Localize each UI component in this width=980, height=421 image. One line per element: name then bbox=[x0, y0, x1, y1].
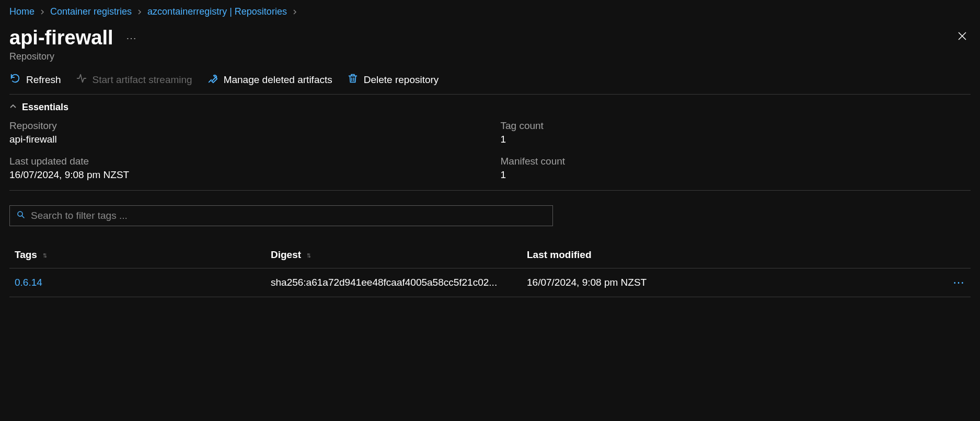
manifest-count-value: 1 bbox=[501, 169, 971, 181]
table-header: Tags ↑↓ Digest ↑↓ Last modified bbox=[9, 242, 971, 268]
refresh-icon bbox=[9, 73, 21, 87]
col-tags[interactable]: Tags ↑↓ bbox=[15, 249, 271, 261]
last-updated-label: Last updated date bbox=[9, 156, 480, 167]
essentials-label: Essentials bbox=[22, 102, 68, 113]
last-updated-value: 16/07/2024, 9:08 pm NZST bbox=[9, 169, 480, 181]
refresh-button[interactable]: Refresh bbox=[9, 73, 61, 87]
essentials-toggle[interactable]: Essentials bbox=[9, 95, 971, 120]
search-icon bbox=[16, 210, 26, 221]
col-last-modified[interactable]: Last modified bbox=[527, 249, 934, 261]
wrench-icon bbox=[207, 73, 218, 87]
sort-icon: ↑↓ bbox=[306, 251, 309, 259]
start-streaming-button: Start artifact streaming bbox=[76, 73, 192, 87]
col-last-modified-label: Last modified bbox=[527, 249, 592, 261]
header-row: api-firewall ⋯ bbox=[9, 27, 971, 49]
breadcrumb-registries[interactable]: Container registries bbox=[50, 6, 132, 17]
col-digest-label: Digest bbox=[271, 249, 301, 261]
chevron-right-icon bbox=[137, 8, 142, 16]
repository-label: Repository bbox=[9, 120, 480, 132]
manage-deleted-button[interactable]: Manage deleted artifacts bbox=[207, 73, 332, 87]
essentials-repository: Repository api-firewall bbox=[9, 120, 480, 145]
essentials-grid: Repository api-firewall Tag count 1 Last… bbox=[9, 120, 971, 191]
manage-deleted-label: Manage deleted artifacts bbox=[224, 74, 332, 86]
tags-table: Tags ↑↓ Digest ↑↓ Last modified 0.6.14 s… bbox=[9, 242, 971, 297]
manifest-count-label: Manifest count bbox=[501, 156, 971, 167]
sort-icon: ↑↓ bbox=[42, 251, 45, 259]
search-input[interactable] bbox=[31, 210, 546, 221]
table-row: 0.6.14 sha256:a61a72d941ee48fcaaf4005a58… bbox=[9, 268, 971, 297]
digest-value: sha256:a61a72d941ee48fcaaf4005a58cc5f21c… bbox=[271, 277, 527, 288]
essentials-tag-count: Tag count 1 bbox=[501, 120, 971, 145]
tag-count-value: 1 bbox=[501, 134, 971, 145]
chevron-right-icon bbox=[40, 8, 45, 16]
breadcrumb-repo[interactable]: azcontainerregistry | Repositories bbox=[147, 6, 287, 17]
page-subtitle: Repository bbox=[9, 51, 971, 62]
breadcrumb-home[interactable]: Home bbox=[9, 6, 34, 17]
refresh-label: Refresh bbox=[26, 74, 61, 86]
repository-value: api-firewall bbox=[9, 134, 480, 145]
toolbar: Refresh Start artifact streaming Manage … bbox=[9, 73, 971, 95]
start-streaming-label: Start artifact streaming bbox=[93, 74, 192, 86]
col-digest[interactable]: Digest ↑↓ bbox=[271, 249, 527, 261]
page-title: api-firewall bbox=[9, 27, 113, 49]
delete-repository-label: Delete repository bbox=[364, 74, 439, 86]
svg-point-0 bbox=[18, 212, 22, 216]
delete-repository-button[interactable]: Delete repository bbox=[347, 73, 439, 87]
close-icon[interactable] bbox=[954, 27, 971, 48]
col-tags-label: Tags bbox=[15, 249, 37, 261]
essentials-last-updated: Last updated date 16/07/2024, 9:08 pm NZ… bbox=[9, 156, 480, 181]
chevron-up-icon bbox=[9, 102, 17, 113]
breadcrumb: Home Container registries azcontainerreg… bbox=[9, 6, 971, 17]
tag-count-label: Tag count bbox=[501, 120, 971, 132]
more-actions-icon[interactable]: ⋯ bbox=[126, 32, 137, 44]
row-actions-icon[interactable]: ⋯ bbox=[934, 276, 965, 289]
last-modified-value: 16/07/2024, 9:08 pm NZST bbox=[527, 277, 934, 288]
essentials-manifest-count: Manifest count 1 bbox=[501, 156, 971, 181]
search-box[interactable] bbox=[9, 205, 553, 226]
chevron-right-icon bbox=[292, 8, 297, 16]
trash-icon bbox=[347, 73, 359, 87]
tag-link[interactable]: 0.6.14 bbox=[15, 277, 271, 288]
streaming-icon bbox=[76, 73, 87, 87]
